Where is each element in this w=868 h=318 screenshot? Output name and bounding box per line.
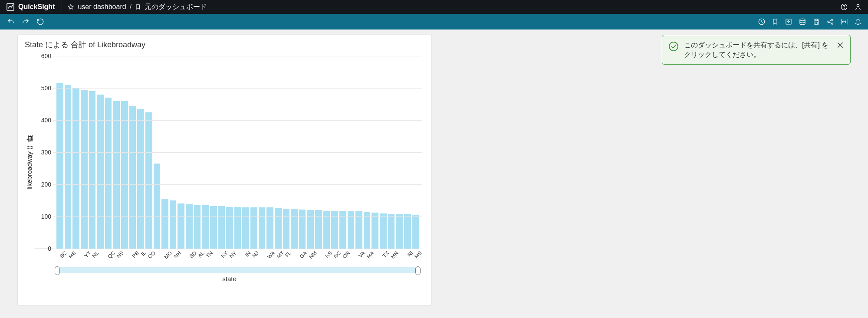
y-tick: 400 xyxy=(34,117,51,124)
bookmark-icon[interactable] xyxy=(135,3,141,10)
bar[interactable] xyxy=(315,210,322,249)
redo-icon[interactable] xyxy=(22,18,30,26)
y-tick: 0 xyxy=(34,245,51,252)
bar[interactable] xyxy=(218,206,225,249)
data-icon[interactable] xyxy=(799,18,806,26)
quicksight-logo-icon xyxy=(6,3,15,11)
star-icon[interactable] xyxy=(67,3,74,10)
bar[interactable] xyxy=(259,207,266,249)
bar[interactable] xyxy=(283,209,290,249)
svg-rect-10 xyxy=(815,22,818,24)
breadcrumb-sep: / xyxy=(130,3,132,11)
bar[interactable] xyxy=(388,214,395,249)
bar[interactable] xyxy=(250,207,257,249)
y-axis-label: likebroadway (合計) xyxy=(24,145,34,190)
x-axis-label: state xyxy=(34,273,425,282)
bar[interactable] xyxy=(242,207,249,249)
bar[interactable] xyxy=(89,91,96,249)
separator xyxy=(62,2,62,12)
undo-icon[interactable] xyxy=(7,18,15,26)
reset-icon[interactable] xyxy=(36,18,44,26)
bar[interactable] xyxy=(113,101,120,249)
help-icon[interactable] xyxy=(840,3,848,11)
svg-marker-1 xyxy=(68,4,73,9)
breadcrumb: user dashboard / 元のダッシュボード xyxy=(63,3,211,12)
bar[interactable] xyxy=(72,88,79,249)
svg-point-19 xyxy=(669,42,678,51)
bar[interactable] xyxy=(275,208,282,249)
bar[interactable] xyxy=(137,109,144,249)
bar[interactable] xyxy=(178,203,184,249)
brand-name: QuickSight xyxy=(18,3,55,11)
bar[interactable] xyxy=(129,106,136,249)
svg-line-15 xyxy=(829,22,832,23)
bar[interactable] xyxy=(194,205,201,249)
x-tick: MS xyxy=(413,250,426,263)
share-hint-toast: このダッシュボードを共有するには、[共有] をクリックしてください。 xyxy=(662,35,851,65)
chart-title: State による 合計 of Likebroadway xyxy=(25,39,425,50)
toast-message: このダッシュボードを共有するには、[共有] をクリックしてください。 xyxy=(684,40,831,59)
y-tick: 200 xyxy=(34,181,51,188)
bar[interactable] xyxy=(307,210,314,249)
bar[interactable] xyxy=(145,112,152,249)
bar[interactable] xyxy=(81,90,88,249)
bar[interactable] xyxy=(226,207,233,249)
svg-rect-9 xyxy=(815,19,818,21)
y-tick: 500 xyxy=(34,85,51,92)
download-icon[interactable] xyxy=(785,18,792,26)
chart-plot-area: 0100200300400500600 xyxy=(34,56,422,249)
svg-point-8 xyxy=(800,19,805,21)
chart-card: State による 合計 of Likebroadway likebroadwa… xyxy=(17,35,431,305)
close-icon[interactable] xyxy=(836,41,844,51)
range-handle-left[interactable] xyxy=(55,266,60,275)
fit-width-icon[interactable] xyxy=(840,18,848,26)
range-slider[interactable] xyxy=(56,267,419,273)
share-icon[interactable] xyxy=(826,18,834,26)
bar[interactable] xyxy=(396,214,403,249)
bar[interactable] xyxy=(186,204,193,249)
bar[interactable] xyxy=(364,212,371,249)
bar[interactable] xyxy=(154,164,161,249)
bar[interactable] xyxy=(404,214,411,249)
bar[interactable] xyxy=(97,95,104,249)
bar[interactable] xyxy=(210,206,217,249)
y-tick: 600 xyxy=(34,52,51,59)
brand: QuickSight xyxy=(0,0,61,14)
svg-point-3 xyxy=(844,8,845,9)
breadcrumb-item-1[interactable]: user dashboard xyxy=(78,3,126,11)
bar[interactable] xyxy=(412,215,419,249)
bar[interactable] xyxy=(56,83,63,249)
bar[interactable] xyxy=(202,205,209,249)
y-tick: 100 xyxy=(34,213,51,220)
bell-icon[interactable] xyxy=(854,18,862,26)
bar[interactable] xyxy=(234,207,241,249)
success-icon xyxy=(668,41,679,53)
range-handle-right[interactable] xyxy=(415,266,421,275)
save-icon[interactable] xyxy=(812,18,820,26)
bookmark2-icon[interactable] xyxy=(772,18,779,26)
bar[interactable] xyxy=(170,200,177,249)
bar[interactable] xyxy=(65,85,72,249)
bar[interactable] xyxy=(299,210,306,249)
bar[interactable] xyxy=(121,101,128,249)
y-tick: 300 xyxy=(34,149,51,156)
breadcrumb-item-2[interactable]: 元のダッシュボード xyxy=(145,3,207,12)
bar[interactable] xyxy=(372,213,378,249)
svg-line-14 xyxy=(829,20,832,21)
user-icon[interactable] xyxy=(854,3,862,11)
x-ticks: BCMBYTNLQCNSPEILCOMONHSDALTNKYNYINNJWAMT… xyxy=(56,250,419,260)
bar[interactable] xyxy=(161,199,168,249)
bar[interactable] xyxy=(266,207,273,249)
clock-icon[interactable] xyxy=(758,18,766,26)
svg-point-4 xyxy=(857,4,859,7)
bar[interactable] xyxy=(355,211,362,249)
bar[interactable] xyxy=(291,209,298,249)
bar[interactable] xyxy=(380,213,387,249)
